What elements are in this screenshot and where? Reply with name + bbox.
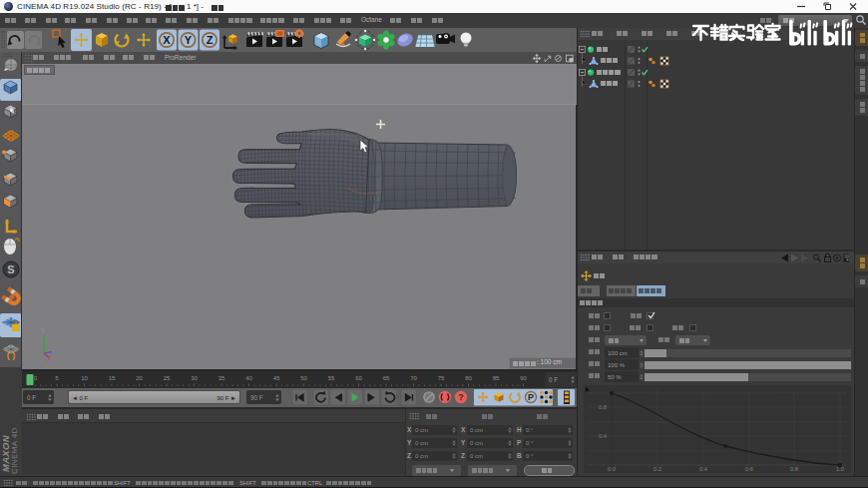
svg-text:20: 20	[136, 375, 143, 381]
svg-text:1.0: 1.0	[836, 466, 844, 472]
svg-text:X: X	[47, 355, 52, 361]
svg-text:X: X	[163, 34, 171, 46]
svg-text:10: 10	[81, 375, 88, 381]
svg-text:50: 50	[300, 375, 307, 381]
svg-text:55: 55	[328, 375, 335, 381]
svg-text:0.0: 0.0	[608, 466, 616, 472]
svg-text:Z: Z	[54, 347, 59, 354]
svg-text:75: 75	[438, 375, 445, 381]
svg-text:45: 45	[273, 375, 280, 381]
svg-text:85: 85	[493, 375, 500, 381]
svg-text:60: 60	[355, 375, 362, 381]
svg-text:90: 90	[520, 375, 527, 381]
svg-text:30: 30	[191, 375, 198, 381]
svg-text:0.4: 0.4	[699, 466, 708, 472]
svg-text:25: 25	[164, 375, 171, 381]
svg-text:Z: Z	[207, 34, 214, 46]
svg-text:0.4: 0.4	[599, 433, 608, 439]
svg-text:35: 35	[218, 375, 225, 381]
svg-text:0.8: 0.8	[599, 404, 607, 410]
svg-text:S: S	[7, 263, 14, 275]
svg-text:15: 15	[109, 375, 116, 381]
svg-text:?: ?	[458, 392, 464, 402]
svg-text:40: 40	[245, 375, 252, 381]
svg-text:0.2: 0.2	[653, 466, 661, 472]
svg-text:0.6: 0.6	[745, 466, 753, 472]
svg-text:Y: Y	[185, 34, 193, 46]
svg-text:80: 80	[465, 375, 472, 381]
svg-text:P: P	[528, 392, 534, 402]
svg-text:70: 70	[410, 375, 417, 381]
svg-text:5: 5	[55, 375, 59, 381]
svg-text:0.8: 0.8	[790, 466, 798, 472]
svg-text:Y: Y	[41, 327, 46, 334]
svg-text:( ): ( )	[7, 350, 16, 360]
svg-text:0: 0	[34, 375, 38, 381]
svg-text:65: 65	[383, 375, 390, 381]
